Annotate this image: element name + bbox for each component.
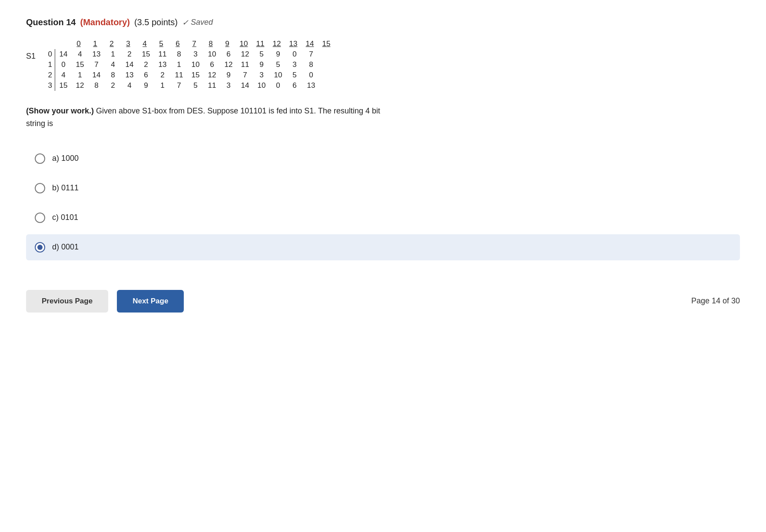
option-item-d[interactable]: d) 0001 <box>26 234 740 260</box>
sbox-cell: 10 <box>253 80 270 91</box>
sbox-cell: 12 <box>220 60 237 70</box>
sbox-cell: 9 <box>220 70 237 80</box>
sbox-cell: 15 <box>55 80 72 91</box>
sbox-cell: 13 <box>303 80 319 91</box>
option-item-a[interactable]: a) 1000 <box>26 146 740 172</box>
sbox-wrapper: S1 0123456789101112131415 01441312151183… <box>26 40 740 91</box>
question-text: (Show your work.) Given above S1-box fro… <box>26 105 382 130</box>
sbox-cell: 2 <box>138 60 154 70</box>
sbox-cell: 10 <box>204 49 220 60</box>
options-list: a) 1000b) 0111c) 0101d) 0001 <box>26 146 740 264</box>
page-indicator: Page 14 of 30 <box>691 296 740 306</box>
question-bold: (Show your work.) <box>26 106 94 115</box>
mandatory-label: (Mandatory) <box>80 17 129 27</box>
sbox-row-cells: 0157414213110612119538 <box>55 60 319 70</box>
sbox-row-label: 0 <box>39 50 55 59</box>
col-header: 13 <box>285 40 302 49</box>
sbox-cell: 13 <box>154 60 171 70</box>
sbox-row-cells: 1512824917511314100613 <box>55 80 319 91</box>
col-header: 10 <box>235 40 252 49</box>
sbox-cell: 1 <box>72 70 88 80</box>
saved-indicator: ✓ Saved <box>182 18 213 27</box>
col-header: 2 <box>103 40 120 49</box>
sbox-cell: 11 <box>171 70 187 80</box>
radio-c[interactable] <box>35 213 45 223</box>
sbox-label: S1 <box>26 52 36 61</box>
sbox-cell: 15 <box>187 70 204 80</box>
col-header: 15 <box>318 40 335 49</box>
sbox-cell: 14 <box>88 70 105 80</box>
sbox-cell: 8 <box>171 49 187 60</box>
sbox-cell: 7 <box>88 60 105 70</box>
sbox-cell: 7 <box>237 70 253 80</box>
previous-page-button[interactable]: Previous Page <box>26 290 108 313</box>
sbox-cell: 15 <box>138 49 154 60</box>
sbox-row: 31512824917511314100613 <box>39 80 335 91</box>
sbox-cell: 0 <box>303 70 319 80</box>
sbox-cell: 4 <box>55 70 72 80</box>
sbox-cell: 10 <box>187 60 204 70</box>
option-label-c: c) 0101 <box>52 213 78 222</box>
sbox-table: 0123456789101112131415 01441312151183106… <box>39 40 335 91</box>
sbox-cell: 8 <box>303 60 319 70</box>
sbox-cell: 8 <box>105 70 121 80</box>
radio-d[interactable] <box>35 242 45 253</box>
sbox-cell: 14 <box>55 49 72 60</box>
sbox-cell: 4 <box>105 60 121 70</box>
col-header: 9 <box>219 40 235 49</box>
sbox-cell: 9 <box>270 49 286 60</box>
col-header: 14 <box>302 40 318 49</box>
col-header: 1 <box>87 40 103 49</box>
sbox-cell: 5 <box>270 60 286 70</box>
sbox-cell: 6 <box>204 60 220 70</box>
option-item-b[interactable]: b) 0111 <box>26 175 740 201</box>
sbox-cell: 7 <box>171 80 187 91</box>
sbox-cell: 11 <box>154 49 171 60</box>
sbox-row-label: 2 <box>39 71 55 80</box>
sbox-cell: 11 <box>237 60 253 70</box>
sbox-cell: 6 <box>138 70 154 80</box>
sbox-cell: 14 <box>237 80 253 91</box>
sbox-cell: 13 <box>88 49 105 60</box>
option-label-d: d) 0001 <box>52 243 79 252</box>
col-header: 8 <box>202 40 219 49</box>
bottom-nav: Previous Page Next Page Page 14 of 30 <box>26 290 740 313</box>
sbox-row-cells: 4114813621115129731050 <box>55 70 319 80</box>
sbox-cell: 9 <box>138 80 154 91</box>
option-label-a: a) 1000 <box>52 154 79 163</box>
sbox-cell: 0 <box>55 60 72 70</box>
check-icon: ✓ <box>182 18 189 27</box>
sbox-cell: 3 <box>253 70 270 80</box>
sbox-row-label: 1 <box>39 60 55 69</box>
sbox-cell: 12 <box>237 49 253 60</box>
sbox-cell: 0 <box>286 49 303 60</box>
sbox-cell: 5 <box>286 70 303 80</box>
sbox-cell: 2 <box>121 49 138 60</box>
sbox-cell: 1 <box>105 49 121 60</box>
points-label: (3.5 points) <box>134 17 178 27</box>
sbox-cell: 9 <box>253 60 270 70</box>
sbox-cell: 11 <box>204 80 220 91</box>
question-number: Question 14 <box>26 17 76 27</box>
sbox-cell: 13 <box>121 70 138 80</box>
col-header: 0 <box>70 40 87 49</box>
sbox-row: 24114813621115129731050 <box>39 70 335 80</box>
sbox-cell: 6 <box>286 80 303 91</box>
option-label-b: b) 0111 <box>52 183 79 193</box>
sbox-cell: 12 <box>204 70 220 80</box>
option-item-c[interactable]: c) 0101 <box>26 205 740 231</box>
sbox-cell: 4 <box>72 49 88 60</box>
sbox-cell: 0 <box>270 80 286 91</box>
radio-b[interactable] <box>35 183 45 193</box>
sbox-cell: 7 <box>303 49 319 60</box>
sbox-row-label: 3 <box>39 81 55 90</box>
sbox-cell: 1 <box>154 80 171 91</box>
radio-a[interactable] <box>35 153 45 164</box>
next-page-button[interactable]: Next Page <box>117 290 184 313</box>
col-header: 12 <box>269 40 285 49</box>
sbox-data-rows: 0144131215118310612590710157414213110612… <box>39 49 335 91</box>
saved-label: Saved <box>191 18 213 27</box>
col-header: 7 <box>186 40 202 49</box>
sbox-cell: 8 <box>88 80 105 91</box>
sbox-cell: 4 <box>121 80 138 91</box>
